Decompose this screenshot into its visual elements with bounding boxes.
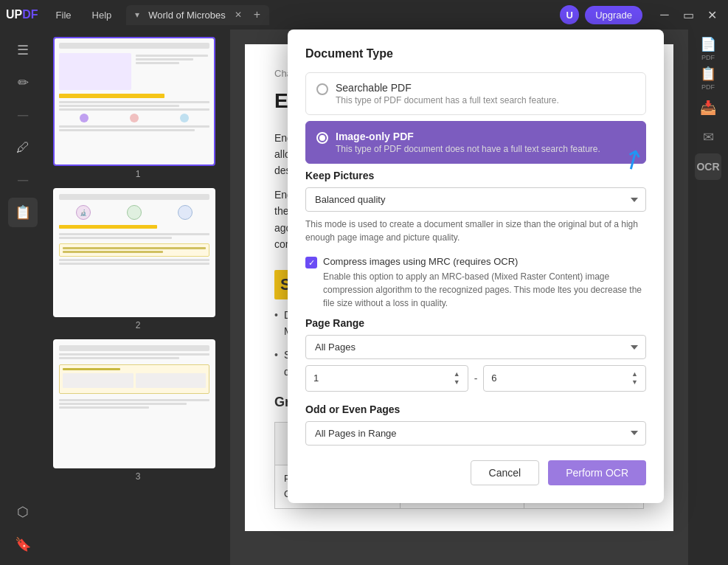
- thumb-content-2: 🔬: [55, 190, 214, 316]
- titlebar: UPDF File Help ▾ World of Microbes ✕ + U…: [0, 0, 728, 30]
- keep-pictures-label: Keep Pictures: [305, 170, 646, 181]
- upgrade-button[interactable]: Upgrade: [585, 6, 642, 24]
- sidebar-icon-bookmark[interactable]: 🔖: [8, 530, 38, 559]
- odd-even-section: Odd or Even Pages All Pages in Range Odd…: [305, 403, 646, 446]
- close-button[interactable]: ✕: [701, 4, 722, 25]
- thumbnail-image-1[interactable]: [53, 37, 215, 166]
- thumbnail-1[interactable]: 1: [53, 37, 223, 179]
- right-icon-email[interactable]: ✉: [695, 124, 721, 150]
- image-only-pdf-option[interactable]: Image-only PDF This type of PDF document…: [305, 121, 646, 164]
- page-to-down[interactable]: ▼: [631, 378, 638, 387]
- sidebar-icon-edit[interactable]: ✏: [8, 68, 38, 97]
- left-sidebar: ☰ ✏ ─ 🖊 ─ 📋 ⬡ 🔖: [0, 30, 46, 565]
- thumbnail-2[interactable]: 🔬: [53, 188, 223, 330]
- sidebar-divider-2: ─: [8, 165, 38, 195]
- page-range-section: Page Range All Pages Current Page Custom…: [305, 317, 646, 392]
- cancel-button[interactable]: Cancel: [471, 460, 540, 485]
- searchable-pdf-label: Searchable PDF: [336, 82, 559, 94]
- titlebar-right: U Upgrade ─ ▭ ✕: [560, 4, 722, 25]
- compress-mrc-row: ✓ Compress images using MRC (requires OC…: [305, 256, 646, 310]
- menu-file[interactable]: File: [47, 7, 80, 24]
- image-only-pdf-text: Image-only PDF This type of PDF document…: [336, 131, 600, 154]
- page-from-spinner[interactable]: ▲ ▼: [454, 370, 460, 387]
- sidebar-icon-menu[interactable]: ☰: [8, 35, 38, 65]
- searchable-pdf-desc: This type of PDF document has a full tex…: [336, 95, 559, 105]
- compress-mrc-text: Compress images using MRC (requires OCR)…: [323, 256, 646, 310]
- thumbnail-image-3[interactable]: [53, 339, 215, 468]
- page-to-spinner[interactable]: ▲ ▼: [631, 370, 638, 387]
- page-to-up[interactable]: ▲: [631, 370, 638, 378]
- page-range-inputs: 1 ▲ ▼ - 6 ▲ ▼: [305, 365, 646, 392]
- sidebar-icon-layers[interactable]: ⬡: [8, 497, 38, 527]
- page-from-up[interactable]: ▲: [454, 370, 460, 378]
- keep-pictures-select[interactable]: Balanced quality High quality Low qualit…: [305, 187, 646, 212]
- page-range-dash: -: [474, 372, 478, 384]
- menu-bar: File Help: [47, 7, 121, 24]
- odd-even-label: Odd or Even Pages: [305, 403, 646, 415]
- image-only-pdf-desc: This type of PDF document does not have …: [336, 144, 600, 154]
- tab-container: ▾ World of Microbes ✕ +: [126, 5, 269, 25]
- sidebar-icon-pages[interactable]: 📋: [8, 198, 38, 227]
- right-icon-download[interactable]: 📥: [695, 94, 721, 121]
- sidebar-divider-1: ─: [8, 100, 38, 130]
- thumbnail-page-num-1: 1: [53, 169, 223, 179]
- window-controls: ─ ▭ ✕: [654, 4, 722, 25]
- app-logo: UPDF: [6, 8, 38, 21]
- searchable-radio[interactable]: [316, 83, 328, 95]
- page-from-down[interactable]: ▼: [454, 378, 460, 387]
- thumb-content-1: [55, 38, 214, 164]
- page-from-input[interactable]: 1 ▲ ▼: [305, 365, 468, 392]
- tab-arrow[interactable]: ▾: [129, 5, 145, 24]
- dialog-title: Document Type: [305, 47, 646, 60]
- radio-inner: [319, 135, 325, 141]
- ocr-dialog: Document Type Searchable PDF This type o…: [288, 30, 664, 503]
- compress-mrc-label: Compress images using MRC (requires OCR): [323, 256, 646, 267]
- compress-mrc-desc: Enable this option to apply an MRC-based…: [323, 270, 646, 310]
- page-range-label: Page Range: [305, 317, 646, 329]
- new-tab-button[interactable]: +: [248, 5, 266, 24]
- sidebar-icon-annotate[interactable]: 🖊: [8, 133, 38, 162]
- page-range-select[interactable]: All Pages Current Page Custom Range: [305, 335, 646, 359]
- thumbnail-page-num-3: 3: [53, 471, 223, 482]
- thumbnail-page-num-2: 2: [53, 320, 223, 330]
- page-to-value: 6: [491, 372, 496, 384]
- right-icon-pdf-2[interactable]: 📋 PDF: [695, 65, 721, 91]
- right-sidebar: 📄 PDF 📋 PDF 📥 ✉ OCR: [688, 30, 728, 565]
- thumbnail-image-2[interactable]: 🔬: [53, 188, 215, 317]
- right-icon-ocr[interactable]: OCR: [695, 153, 721, 180]
- thumbnail-panel: 1 🔬: [46, 30, 230, 565]
- searchable-pdf-option[interactable]: Searchable PDF This type of PDF document…: [305, 72, 646, 115]
- minimize-button[interactable]: ─: [654, 4, 675, 25]
- odd-even-select[interactable]: All Pages in Range Odd Pages Only Even P…: [305, 421, 646, 446]
- perform-ocr-button[interactable]: Perform OCR: [548, 460, 646, 485]
- thumbnail-3[interactable]: 3: [53, 339, 223, 482]
- menu-help[interactable]: Help: [83, 7, 121, 24]
- user-avatar: U: [560, 5, 579, 24]
- searchable-pdf-text: Searchable PDF This type of PDF document…: [336, 82, 559, 105]
- maximize-button[interactable]: ▭: [678, 4, 698, 25]
- keep-pictures-section: Keep Pictures Balanced quality High qual…: [305, 170, 646, 244]
- right-icon-pdf-1[interactable]: 📄 PDF: [695, 35, 721, 62]
- page-to-input[interactable]: 6 ▲ ▼: [483, 365, 646, 392]
- tab-title: World of Microbes: [145, 5, 229, 25]
- dialog-buttons: Cancel Perform OCR: [305, 460, 646, 485]
- tab-close-button[interactable]: ✕: [235, 10, 242, 20]
- image-only-radio[interactable]: [316, 132, 328, 144]
- thumb-content-3: [55, 341, 214, 467]
- image-only-pdf-label: Image-only PDF: [336, 131, 600, 142]
- compress-mrc-checkbox[interactable]: ✓: [305, 257, 317, 268]
- page-from-value: 1: [313, 372, 319, 384]
- keep-pictures-desc: This mode is used to create a document s…: [305, 218, 646, 244]
